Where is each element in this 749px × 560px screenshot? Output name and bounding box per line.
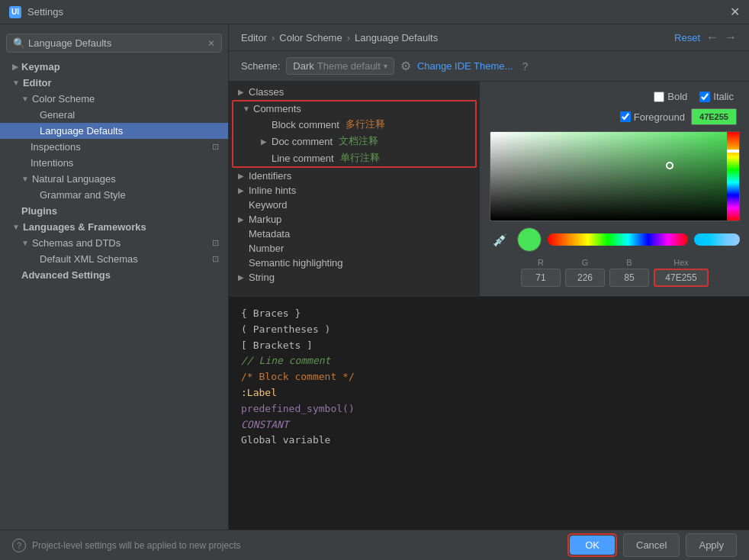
tree-item-inline-hints[interactable]: ▶ Inline hints	[229, 183, 480, 198]
sidebar-item-color-scheme[interactable]: ▼ Color Scheme	[0, 91, 228, 107]
sidebar-item-schemas-dtds[interactable]: ▼ Schemas and DTDs ⊡	[0, 235, 228, 251]
code-line-brackets: [ Brackets ]	[241, 338, 737, 354]
sidebar-item-label: Natural Languages	[32, 173, 116, 185]
gear-icon[interactable]: ⚙	[400, 59, 411, 73]
sidebar-item-keymap[interactable]: ▶ Keymap	[0, 59, 228, 75]
settings-dialog: 🔍 ✕ ▶ Keymap ▼ Editor ▼ Color Scheme ▶ G…	[0, 24, 749, 560]
help-circle-icon[interactable]: ?	[12, 539, 26, 552]
sidebar-item-label: Keymap	[21, 61, 60, 72]
close-button[interactable]: ✕	[730, 5, 740, 19]
hue-bar-vertical[interactable]	[727, 132, 739, 220]
tree-item-number[interactable]: ▶ Number	[229, 241, 480, 256]
expand-icon: ▼	[12, 79, 20, 87]
tree-item-markup[interactable]: ▶ Markup	[229, 212, 480, 227]
sidebar-item-inspections[interactable]: ▶ Inspections ⊡	[0, 139, 228, 155]
gradient-picker[interactable]	[490, 131, 740, 221]
code-line-braces: { Braces }	[241, 306, 737, 322]
r-label: R	[538, 258, 544, 267]
expand-icon: ▶	[238, 215, 246, 224]
sidebar-item-languages-frameworks[interactable]: ▼ Languages & Frameworks	[0, 219, 228, 235]
sidebar-item-plugins[interactable]: ▶ Plugins	[0, 203, 228, 219]
panel-body: ▶ Classes ▼ Comments ▶ Block comment 多行注…	[229, 82, 749, 296]
opacity-slider[interactable]	[694, 233, 740, 246]
sidebar-item-editor[interactable]: ▼ Editor	[0, 75, 228, 91]
comment-chinese-text: 多行注释	[346, 117, 385, 131]
scheme-select[interactable]: Dark Theme default ▾	[286, 57, 394, 75]
sidebar-item-label: Intentions	[31, 157, 73, 169]
g-label: G	[582, 258, 589, 267]
eyedropper-icon[interactable]: 💉	[490, 230, 511, 250]
foreground-label: Foreground	[634, 111, 685, 123]
tree-item-semantic-highlighting[interactable]: ▶ Semantic highlighting	[229, 256, 480, 270]
sidebar-item-label: Plugins	[21, 205, 57, 217]
reset-button[interactable]: Reset	[674, 32, 700, 43]
scheme-label: Scheme:	[241, 60, 280, 72]
tree-item-classes[interactable]: ▶ Classes	[229, 85, 480, 99]
main-content: 🔍 ✕ ▶ Keymap ▼ Editor ▼ Color Scheme ▶ G…	[0, 24, 749, 529]
italic-checkbox-label[interactable]: Italic	[699, 91, 734, 102]
bottom-buttons: OK Cancel Apply	[567, 533, 737, 557]
b-label: B	[626, 258, 632, 267]
breadcrumb-sep1: ›	[272, 32, 275, 43]
tree-item-string[interactable]: ▶ String	[229, 270, 480, 285]
foreground-color-swatch[interactable]: 47E255	[691, 108, 737, 125]
sidebar-item-language-defaults[interactable]: ▶ Language Defaults	[0, 123, 228, 139]
settings-icon: ⊡	[212, 238, 219, 248]
tree-item-line-comment[interactable]: ▶ Line comment 单行注释	[233, 150, 475, 166]
gradient-cursor	[666, 162, 673, 169]
ok-button[interactable]: OK	[570, 536, 615, 555]
tree-item-comments[interactable]: ▼ Comments	[233, 101, 475, 116]
hue-cursor	[727, 150, 739, 153]
sidebar-item-label: Advanced Settings	[21, 269, 111, 281]
tree-item-block-comment[interactable]: ▶ Block comment 多行注释	[233, 116, 475, 133]
title-bar: UI Settings ✕	[0, 0, 749, 24]
sidebar-item-natural-languages[interactable]: ▼ Natural Languages	[0, 171, 228, 187]
expand-icon: ▼	[21, 95, 29, 103]
b-input[interactable]	[609, 269, 649, 287]
tree-item-label: Identifiers	[249, 170, 291, 182]
search-bar[interactable]: 🔍 ✕	[6, 34, 222, 53]
cancel-button[interactable]: Cancel	[623, 533, 680, 557]
nav-forward-button[interactable]: →	[725, 31, 737, 44]
sidebar-item-label: Schemas and DTDs	[32, 237, 121, 249]
sidebar-item-default-xml[interactable]: ▶ Default XML Schemas ⊡	[0, 251, 228, 267]
search-icon: 🔍	[13, 37, 25, 49]
color-preview-circle	[517, 227, 542, 252]
code-line-constant: CONSTANT	[241, 417, 737, 433]
tree-item-doc-comment[interactable]: ▶ Doc comment 文档注释	[233, 133, 475, 150]
tree-item-identifiers[interactable]: ▶ Identifiers	[229, 169, 480, 183]
apply-button[interactable]: Apply	[686, 533, 737, 557]
hex-input[interactable]	[654, 269, 709, 287]
sidebar-item-advanced[interactable]: ▶ Advanced Settings	[0, 267, 228, 283]
sidebar-item-general[interactable]: ▶ General	[0, 107, 228, 123]
foreground-checkbox[interactable]	[620, 111, 631, 122]
nav-back-button[interactable]: ←	[706, 31, 718, 44]
bold-checkbox[interactable]	[654, 92, 664, 102]
clear-search-button[interactable]: ✕	[207, 38, 215, 49]
foreground-checkbox-label[interactable]: Foreground	[620, 111, 685, 123]
code-line-global: Global variable	[241, 433, 737, 449]
sidebar-item-grammar-style[interactable]: ▶ Grammar and Style	[0, 187, 228, 203]
comment-chinese-text: 文档注释	[339, 134, 378, 148]
sidebar-item-intentions[interactable]: ▶ Intentions	[0, 155, 228, 171]
gradient-background	[490, 132, 739, 220]
sidebar-item-label: Language Defaults	[40, 125, 123, 137]
italic-checkbox[interactable]	[699, 92, 710, 102]
expand-icon: ▼	[243, 105, 250, 113]
r-input[interactable]	[521, 269, 561, 287]
search-input[interactable]	[28, 37, 207, 49]
help-icon[interactable]: ?	[522, 60, 528, 72]
change-theme-link[interactable]: Change IDE Theme...	[417, 60, 513, 72]
code-line-label: :Label	[241, 385, 737, 401]
tree-item-keyword[interactable]: ▶ Keyword	[229, 198, 480, 212]
tree-item-label: Markup	[249, 214, 281, 225]
tree-item-label: Classes	[249, 86, 284, 98]
right-panel: Editor › Color Scheme › Language Default…	[229, 24, 749, 529]
bold-checkbox-label[interactable]: Bold	[654, 91, 687, 102]
tree-item-label: Number	[249, 243, 284, 254]
hue-slider[interactable]	[548, 233, 688, 246]
tree-item-metadata[interactable]: ▶ Metadata	[229, 227, 480, 241]
breadcrumb-editor: Editor	[241, 32, 267, 43]
tree-panel: ▶ Classes ▼ Comments ▶ Block comment 多行注…	[229, 82, 481, 296]
g-input[interactable]	[565, 269, 605, 287]
